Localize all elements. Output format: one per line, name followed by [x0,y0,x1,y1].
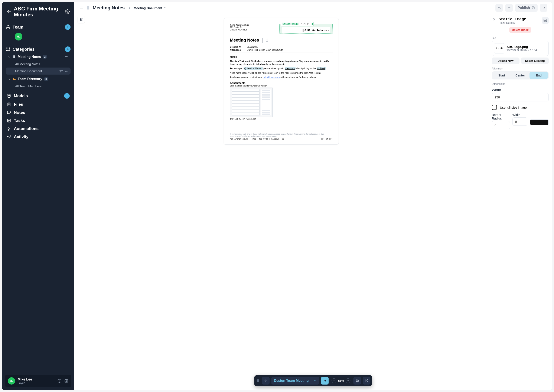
team-icon [6,25,10,29]
mention-tag[interactable]: @Jessica Wyman [244,67,263,70]
edit-icon[interactable]: ✎ [303,23,306,25]
add-category-button[interactable] [65,46,70,52]
hash-tag[interactable]: #L Desk [317,67,326,70]
open-external-button[interactable] [363,377,371,385]
file-meta: 9/22/23, 3:28 PM - 10.04… [506,49,540,52]
more-icon[interactable]: ••• [65,69,68,73]
add-team-button[interactable] [65,24,70,30]
upload-new-button[interactable]: Upload New [492,57,519,64]
notes-heading: Notes [230,55,333,58]
delete-icon[interactable]: 🗑 [307,23,309,25]
logo-prefix: ABC [304,28,312,32]
breadcrumb[interactable]: Meeting Document [133,6,166,10]
add-model-button[interactable] [64,93,70,99]
file-card[interactable]: Archit ABC-logo.png 9/22/23, 3:28 PM - 1… [492,41,549,56]
svg-point-2 [6,28,7,28]
nav-all-meeting-notes[interactable]: All Meeting Notes [6,61,70,68]
svg-point-17 [544,20,545,21]
border-radius-input[interactable] [492,121,510,129]
category-team-directory[interactable]: Team Directory 3 [6,75,70,83]
footer-right: [#] of [#] [321,138,333,140]
select-existing-button[interactable]: Select Existing [521,57,549,64]
add-icon[interactable]: ＋ [310,23,313,25]
print-button[interactable] [353,377,361,385]
svg-point-6 [7,50,7,51]
category-meeting-notes[interactable]: Meeting Notes 2 ••• [6,53,70,61]
delete-block-button[interactable]: Delete Block [509,27,531,33]
image-icon[interactable] [542,17,549,24]
gear-icon[interactable] [65,9,70,14]
save-icon [532,6,535,10]
chevron-down-icon [8,77,11,81]
attachment-thumbnail[interactable] [230,88,273,117]
star-icon[interactable] [59,69,63,73]
hash-tag[interactable]: #Haworth [285,67,295,70]
svg-point-5 [9,48,10,49]
folder-icon [13,77,16,81]
tasks-icon [7,118,11,123]
team-member-avatar[interactable]: ML [15,33,22,41]
svg-marker-15 [80,18,83,20]
close-icon[interactable] [492,17,497,22]
notes-line2: For example: @Jessica Wyman please follo… [230,67,333,70]
undo-button[interactable] [495,4,503,12]
back-icon[interactable] [7,9,12,14]
files-icon [7,102,11,107]
doc-number: 1 [266,38,268,43]
disclaimer: If you disagree with any of these notes … [230,133,333,137]
nav-activity[interactable]: Activity [2,133,74,141]
more-icon[interactable]: ••• [65,55,68,59]
zoom-out-button[interactable]: − [332,378,337,383]
user-avatar[interactable]: ML [8,377,15,385]
inspector-title: Static Image [499,17,540,21]
attachments-heading: Attachments [230,82,333,84]
nav-meeting-document[interactable]: Meeting Document ••• [6,68,70,75]
nav-models-label: Models [14,93,28,98]
redo-button[interactable] [505,4,513,12]
letterhead-address: ABC Architecture 123 State St. Lincoln, … [230,24,249,31]
nav-models[interactable]: Models [2,91,74,100]
file-label: File [492,37,549,40]
menu-icon[interactable] [79,6,84,10]
nav-activity-label: Activity [14,134,28,139]
color-swatch[interactable] [530,119,549,125]
nav-all-team-members[interactable]: All Team Members [6,83,70,90]
inspector-panel: Static Image Block Details Delete Block … [488,14,552,390]
nav-notes[interactable]: Notes [2,108,74,117]
team-label[interactable]: Team [13,25,63,30]
border-width-input[interactable] [512,117,527,126]
document-icon [86,6,90,10]
zoom-in-button[interactable]: + [346,378,351,383]
fullsize-checkbox[interactable] [492,105,497,110]
static-image-block[interactable]: Static Image ⤢ ✎ 🗑 ＋ ▮ABC Architecture [279,24,333,34]
layers-button[interactable] [78,16,84,23]
grip-icon[interactable]: ⠿ [256,379,260,383]
category-count-badge: 3 [44,77,48,81]
presentation-select[interactable]: Design Team Meeting [271,377,319,385]
align-start[interactable]: Start [492,72,511,79]
nav-tasks[interactable]: Tasks [2,117,74,125]
nav-files[interactable]: Files [2,100,74,108]
category-label: Team Directory [18,77,42,81]
meta-value: Daniel Holl, Eileen Gray, John Smith [247,49,283,51]
next-button[interactable] [321,377,329,385]
categories-label[interactable]: Categories [13,47,63,52]
canvas[interactable]: ABC Architecture 123 State St. Lincoln, … [74,14,488,390]
svg-point-14 [66,380,67,381]
align-end[interactable]: End [529,72,548,79]
collapse-panel-button[interactable] [540,4,547,12]
nav-automations[interactable]: Automations [2,125,74,133]
svg-point-3 [9,28,10,28]
publish-button[interactable]: Publish [515,4,538,12]
alignment-label: Alignment [492,67,549,70]
expand-icon[interactable]: ⤢ [300,23,302,25]
align-center[interactable]: Center [511,72,529,79]
notes-line3: Need more space? Click on the "three dot… [230,71,333,74]
profile-icon[interactable] [64,379,68,383]
width-input[interactable] [492,93,549,101]
categories-icon [6,47,10,52]
email-link[interactable]: help@layer.team [263,76,280,78]
prev-button[interactable] [262,377,270,385]
help-icon[interactable] [57,379,62,383]
addr-line2: Lincoln, NE 68508 [230,28,249,31]
